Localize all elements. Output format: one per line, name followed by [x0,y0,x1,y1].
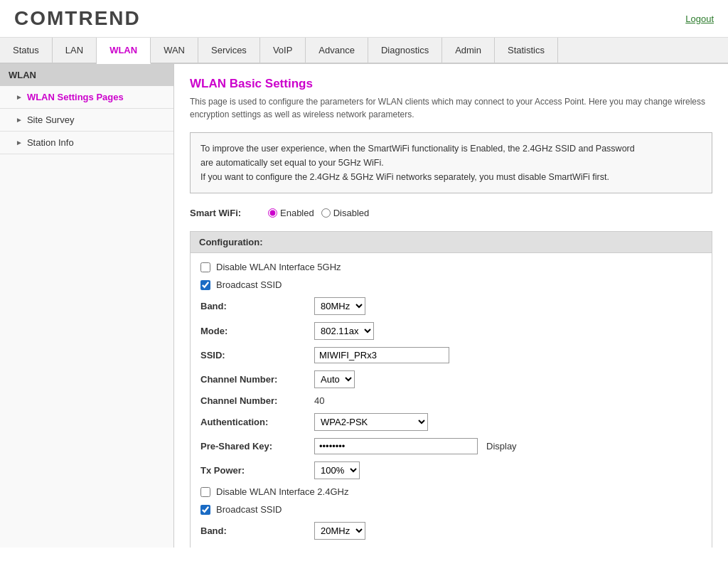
arrow-icon-station: ► [16,139,23,146]
smart-wifi-enabled-text: Enabled [280,208,314,218]
arrow-icon-site: ► [16,116,23,124]
band-row: Band: 80MHz 40MHz 20MHz [200,297,702,315]
main-nav: Status LAN WLAN WAN Services VoIP Advanc… [0,38,728,64]
config-header: Configuration: [191,232,712,253]
band-label: Band: [200,301,314,311]
ssid-value [314,347,449,363]
config-section: Configuration: Disable WLAN Interface 5G… [190,231,712,548]
sidebar-label-station-info: Station Info [27,137,74,148]
authentication-select[interactable]: WPA2-PSK WPA-PSK None WEP [314,413,428,431]
tx-power-row: Tx Power: 100% 75% 50% 25% [200,461,702,479]
nav-wan[interactable]: WAN [151,38,198,63]
logo: COMTREND [14,7,141,30]
broadcast-ssid-2ghz-checkbox[interactable] [200,505,210,515]
sidebar-label-wlan-settings: WLAN Settings Pages [27,92,124,102]
sidebar-item-site-survey[interactable]: ► Site Survey [0,109,173,132]
broadcast-ssid-5ghz-checkbox[interactable] [200,280,210,290]
band-select[interactable]: 80MHz 40MHz 20MHz [314,297,365,315]
pre-shared-key-label: Pre-Shared Key: [200,441,314,452]
nav-statistics[interactable]: Statistics [495,38,558,63]
ssid-input[interactable] [314,347,449,363]
channel-number-static-value: 40 [314,395,324,406]
display-link[interactable]: Display [486,441,517,452]
content-area: WLAN Basic Settings This page is used to… [174,64,728,548]
main-layout: WLAN ► WLAN Settings Pages ► Site Survey… [0,64,728,548]
nav-lan[interactable]: LAN [53,38,97,63]
smart-wifi-row: Smart WiFi: Enabled Disabled [190,205,712,221]
disable-5ghz-row: Disable WLAN Interface 5GHz [200,262,702,272]
nav-admin[interactable]: Admin [442,38,495,63]
authentication-value: WPA2-PSK WPA-PSK None WEP [314,413,428,431]
info-line3: If you want to configure the 2.4GHz & 5G… [200,172,609,182]
sidebar-item-station-info[interactable]: ► Station Info [0,132,173,154]
disable-2ghz-label: Disable WLAN Interface 2.4GHz [216,486,348,497]
nav-wlan[interactable]: WLAN [97,38,151,64]
ssid-label: SSID: [200,350,314,361]
channel-number-row: Channel Number: Auto 1 2 3 4 5 6 [200,370,702,388]
pre-shared-key-value: Display [314,438,517,454]
channel-number-static-label: Channel Number: [200,395,314,406]
info-line1: To improve the user experience, when the… [200,144,635,154]
disable-5ghz-checkbox[interactable] [200,262,210,272]
mode-value: 802.11ax 802.11ac 802.11n 802.11a [314,322,374,340]
channel-number-static-row: Channel Number: 40 [200,395,702,406]
arrow-icon: ► [16,93,23,101]
smart-wifi-disabled-radio[interactable] [321,208,331,218]
mode-select[interactable]: 802.11ax 802.11ac 802.11n 802.11a [314,322,374,340]
tx-power-value: 100% 75% 50% 25% [314,461,360,479]
band-2ghz-value: 20MHz 40MHz [314,522,365,540]
info-box: To improve the user experience, when the… [190,132,712,193]
disable-2ghz-checkbox[interactable] [200,487,210,497]
band-2ghz-label: Band: [200,525,314,536]
channel-number-value: Auto 1 2 3 4 5 6 [314,370,355,388]
header: COMTREND Logout [0,0,728,38]
info-line2: are automatically set equal to your 5GHz… [200,158,384,168]
disable-2ghz-row: Disable WLAN Interface 2.4GHz [200,486,702,497]
sidebar-label-site-survey: Site Survey [27,114,74,125]
mode-row: Mode: 802.11ax 802.11ac 802.11n 802.11a [200,322,702,340]
channel-select[interactable]: Auto 1 2 3 4 5 6 [314,370,355,388]
smart-wifi-label: Smart WiFi: [190,208,261,218]
nav-voip[interactable]: VoIP [260,38,306,63]
channel-number-label: Channel Number: [200,374,314,385]
page-description: This page is used to configure the param… [190,95,712,121]
sidebar: WLAN ► WLAN Settings Pages ► Site Survey… [0,64,174,548]
logout-link[interactable]: Logout [685,14,714,24]
band-value: 80MHz 40MHz 20MHz [314,297,365,315]
nav-diagnostics[interactable]: Diagnostics [368,38,442,63]
nav-advance[interactable]: Advance [306,38,368,63]
pre-shared-key-row: Pre-Shared Key: Display [200,438,702,454]
smart-wifi-disabled-option[interactable]: Disabled [321,208,370,218]
band-2ghz-row: Band: 20MHz 40MHz [200,522,702,540]
authentication-label: Authentication: [200,417,314,427]
broadcast-ssid-5ghz-label: Broadcast SSID [216,279,282,290]
nav-services[interactable]: Services [198,38,260,63]
page-title: WLAN Basic Settings [190,77,712,91]
broadcast-ssid-2ghz-label: Broadcast SSID [216,504,282,515]
nav-status[interactable]: Status [0,38,53,63]
broadcast-ssid-2ghz-row: Broadcast SSID [200,504,702,515]
config-body: Disable WLAN Interface 5GHz Broadcast SS… [191,253,712,548]
disable-5ghz-label: Disable WLAN Interface 5GHz [216,262,341,272]
smart-wifi-enabled-option[interactable]: Enabled [268,208,314,218]
tx-power-label: Tx Power: [200,465,314,476]
mode-label: Mode: [200,326,314,336]
ssid-row: SSID: [200,347,702,363]
broadcast-ssid-5ghz-row: Broadcast SSID [200,279,702,290]
channel-number-text: 40 [314,395,324,406]
tx-power-select[interactable]: 100% 75% 50% 25% [314,461,360,479]
band-2ghz-select[interactable]: 20MHz 40MHz [314,522,365,540]
smart-wifi-disabled-text: Disabled [333,208,370,218]
authentication-row: Authentication: WPA2-PSK WPA-PSK None WE… [200,413,702,431]
smart-wifi-enabled-radio[interactable] [268,208,277,218]
sidebar-section-title: WLAN [0,64,173,86]
pre-shared-key-input[interactable] [314,438,478,454]
sidebar-item-wlan-settings-pages[interactable]: ► WLAN Settings Pages [0,86,173,109]
